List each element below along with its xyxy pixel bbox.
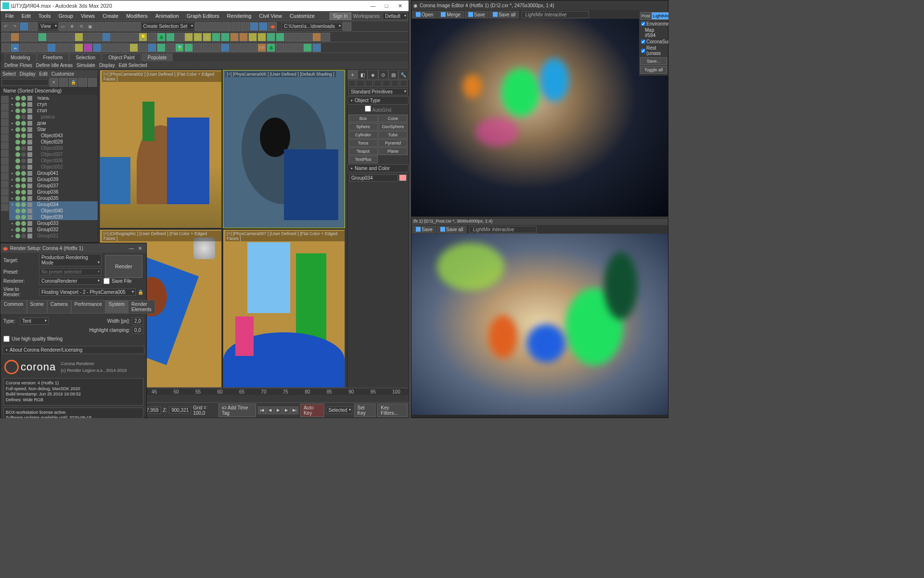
tool-icon[interactable]	[111, 43, 120, 52]
goto-end-icon[interactable]: ▶|	[291, 407, 298, 414]
renderer-dropdown[interactable]: CoronaRenderer	[39, 277, 102, 285]
filter-icon[interactable]	[1, 134, 9, 142]
tool-icon[interactable]	[203, 43, 211, 52]
filter-icon[interactable]	[132, 22, 141, 31]
cloud-icon[interactable]: ☁	[11, 43, 19, 52]
explorer-tab-select[interactable]: Select	[2, 71, 16, 77]
tool-icon[interactable]	[193, 43, 202, 52]
grass-icon[interactable]: ||	[184, 33, 193, 41]
key-mode-dropdown[interactable]: Selected	[326, 407, 352, 414]
box-button[interactable]: Box	[348, 115, 378, 122]
viewport-label[interactable]: [+] [PhysCamera005 ] [User Defined ] [De…	[225, 71, 336, 77]
unlink-icon[interactable]	[29, 22, 38, 31]
explorer-tab-display[interactable]: Display	[20, 71, 36, 77]
render-image-view[interactable]	[411, 19, 668, 216]
tree-row[interactable]: Object008	[9, 145, 98, 151]
ribbon-tab-populate[interactable]: Populate	[141, 53, 173, 61]
geometry-icon[interactable]	[348, 80, 356, 87]
ribbon-item[interactable]: Display	[99, 63, 115, 68]
geosphere-button[interactable]: GeoSphere	[378, 123, 408, 131]
textplus-button[interactable]: TextPlus	[348, 156, 378, 163]
name-color-rollout[interactable]: Name and Color	[347, 164, 409, 172]
paint-select-icon[interactable]	[114, 22, 122, 31]
tool-icon[interactable]	[11, 33, 19, 41]
tool-icon[interactable]	[257, 33, 266, 41]
prev-frame-icon[interactable]: ◀	[266, 407, 274, 414]
post-tab[interactable]: Post	[640, 12, 652, 20]
cone-button[interactable]: Cone	[378, 115, 408, 122]
lock-icon[interactable]: 🔒	[69, 78, 77, 87]
tab-elements[interactable]: Render Elements	[128, 300, 155, 314]
tool-icon[interactable]	[184, 43, 193, 52]
window-crossing-icon[interactable]	[123, 22, 131, 31]
browse-icon[interactable]	[343, 22, 351, 31]
tool-icon[interactable]	[221, 43, 230, 52]
tree-row[interactable]: Object007	[9, 151, 98, 158]
tool-icon[interactable]	[120, 43, 129, 52]
pass-dropdown[interactable]: LightMix Interactive	[522, 11, 589, 18]
ribbon-tab-modeling[interactable]: Modeling	[4, 53, 37, 61]
width-spinner[interactable]: 2,0	[132, 317, 143, 325]
tool-icon[interactable]	[29, 43, 38, 52]
filter-type-dropdown[interactable]: Tent	[20, 317, 49, 325]
cameras-icon[interactable]	[374, 80, 382, 87]
redo-icon[interactable]: ↷	[11, 22, 19, 31]
viewport-2[interactable]: [+] [PhysCamera005 ] [User Defined ] [De…	[223, 70, 345, 228]
tool-icon[interactable]	[20, 43, 28, 52]
viewport-4[interactable]: [+] [PhysCamera007 ] [User Defined ] [Fl…	[223, 229, 345, 388]
tool-icon[interactable]	[120, 33, 129, 41]
save-button[interactable]: Save	[465, 11, 488, 18]
tree-row[interactable]: ▸Group041	[9, 170, 98, 176]
curve-editor-icon[interactable]	[222, 22, 231, 31]
teapot-button[interactable]: Teapot	[348, 147, 378, 155]
savefile-checkbox[interactable]	[103, 278, 110, 284]
render-icon[interactable]: 🫖	[268, 22, 277, 31]
play-icon[interactable]: ▶	[274, 407, 282, 414]
tool-icon[interactable]	[294, 43, 303, 52]
tree-row[interactable]: ▸стол	[9, 107, 98, 114]
tree-row[interactable]: ▸Group033	[9, 220, 98, 226]
tree-row[interactable]: ▸ткань	[9, 95, 98, 101]
ribbon-item[interactable]: Simulate	[77, 63, 95, 68]
lights-icon[interactable]	[365, 80, 373, 87]
tool-icon[interactable]	[248, 43, 257, 52]
mirror-icon[interactable]	[195, 22, 204, 31]
tree-row[interactable]: ▸Group031	[9, 233, 98, 239]
tab-system[interactable]: System	[105, 300, 128, 314]
tool-icon[interactable]	[47, 43, 56, 52]
saveall-button[interactable]: Save all	[437, 226, 467, 233]
systems-icon[interactable]	[400, 80, 408, 87]
tool-icon[interactable]	[303, 43, 312, 52]
menu-customize[interactable]: Customize	[286, 12, 319, 20]
create-tab-icon[interactable]: +	[347, 70, 358, 79]
viewport-label[interactable]: [+] [PhysCamera007 ] [User Defined ] [Fl…	[225, 231, 345, 241]
torus-button[interactable]: Torus	[348, 139, 378, 147]
tree-row[interactable]: ▸дом	[9, 120, 98, 126]
selection-set-dropdown[interactable]: Create Selection Set	[141, 23, 195, 30]
tool-icon[interactable]	[84, 43, 92, 52]
saveall-button[interactable]: Save all	[489, 11, 519, 18]
sun-icon[interactable]: ☀	[129, 43, 138, 52]
minimize-button[interactable]: —	[366, 1, 380, 10]
viewport-1[interactable]: [+] [PhysCamera002 ] [User Defined ] [Fl…	[100, 70, 222, 228]
filter-icon[interactable]	[1, 96, 9, 103]
explorer-search-input[interactable]	[1, 79, 49, 86]
filter-icon[interactable]	[1, 104, 9, 111]
add-time-tag-button[interactable]: 🏷 Add Time Tag	[218, 404, 256, 417]
render-setup-icon[interactable]	[250, 22, 258, 31]
toggle-all-button[interactable]: Toggle all	[640, 66, 667, 74]
hq-filtering-checkbox[interactable]	[3, 336, 10, 342]
tool-icon[interactable]	[312, 43, 321, 52]
tool-icon[interactable]	[148, 43, 156, 52]
tree-row[interactable]: ▸Group036	[9, 189, 98, 195]
scale-icon[interactable]: ▣	[86, 22, 95, 31]
ribbon-tab-freeform[interactable]: Freeform	[37, 53, 69, 61]
pass-dropdown[interactable]: LightMix Interactive	[469, 226, 537, 233]
tool-icon[interactable]	[148, 33, 156, 41]
tree-row[interactable]: ▾Group034	[9, 201, 98, 208]
grass-icon[interactable]: ||	[203, 33, 211, 41]
filter-icon[interactable]	[1, 111, 9, 118]
select-icon[interactable]: ▭	[59, 22, 67, 31]
filter-icon[interactable]	[1, 142, 9, 149]
menu-civilview[interactable]: Civil View	[255, 12, 285, 20]
